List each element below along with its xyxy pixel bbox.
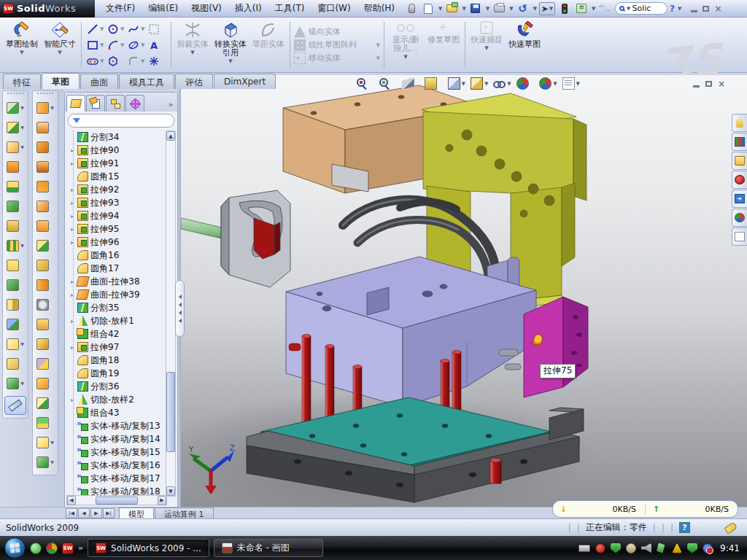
status-help-button[interactable]: ?	[679, 522, 690, 533]
tree-vertical-scrollbar[interactable]: ▲ ▼	[166, 131, 176, 497]
search-box[interactable]: ▼ Solic	[615, 2, 667, 15]
convert-entities-button[interactable]: 转换实体引用 ▼	[212, 19, 249, 71]
sketch-fillet-tool[interactable]: ▼	[126, 53, 147, 69]
feature-tree-item[interactable]: ▸ 分割36	[69, 380, 167, 393]
search-input[interactable]: Solic	[632, 4, 651, 13]
line-tool[interactable]: ▼	[85, 21, 106, 37]
spline-tool[interactable]: ▼	[126, 21, 147, 37]
tree-filter-box[interactable]	[68, 114, 174, 128]
expand-arrow-icon[interactable]: ▸	[69, 160, 75, 167]
headsup-button[interactable]: ▼	[425, 77, 442, 90]
headsup-button[interactable]: ▼	[562, 77, 580, 90]
headsup-button[interactable]: ▼	[356, 77, 374, 90]
sketch-button[interactable]: 草图绘制 ▼	[3, 19, 41, 71]
feature-tree-item[interactable]: ▸ 拉伸93	[69, 196, 167, 209]
toolbar-button[interactable]: ▼	[34, 117, 57, 137]
tray-icon[interactable]	[672, 543, 682, 553]
ribbon-tab[interactable]: 曲面	[80, 74, 118, 89]
toolbar-button[interactable]: ▼	[4, 117, 27, 137]
toolbar-button[interactable]: ▼	[4, 157, 27, 176]
restore-button[interactable]	[703, 6, 709, 12]
feature-tree-item[interactable]: ▸ 分割35	[69, 301, 167, 314]
quick-launch-button[interactable]	[30, 542, 42, 554]
feature-tree-item[interactable]: ▸ 组合42	[69, 327, 167, 341]
toolbar-button[interactable]: ▼	[4, 255, 27, 275]
headsup-button[interactable]: ▼	[539, 77, 557, 90]
tray-icon[interactable]	[641, 543, 651, 553]
feature-tree-item[interactable]: ▸ 实体-移动/复制15	[69, 446, 167, 459]
part-mold-block[interactable]	[286, 257, 536, 407]
feature-tree-item[interactable]: ▸ 圆角15	[69, 170, 167, 183]
expand-arrow-icon[interactable]: ▸	[69, 226, 75, 233]
last-tab-button[interactable]: ▶|	[103, 508, 115, 518]
ribbon-tab[interactable]: 特征	[3, 74, 41, 89]
feature-tree-item[interactable]: ▸ 切除-放样1	[69, 314, 167, 327]
expand-arrow-icon[interactable]: ▸	[69, 279, 75, 285]
feature-tree-item[interactable]: ▸ 圆角18	[69, 354, 167, 367]
toolbar-button[interactable]: ▼	[4, 354, 27, 373]
expand-arrow-icon[interactable]: ▸	[69, 187, 75, 193]
help-caret[interactable]: ▼	[678, 6, 681, 12]
sketch-caret[interactable]: ▼	[20, 50, 23, 55]
slot-tool[interactable]: ▼	[85, 53, 106, 69]
first-tab-button[interactable]: |◀	[66, 508, 77, 518]
select-caret[interactable]: ▼	[549, 6, 553, 12]
toolbar-button[interactable]: ▼	[4, 275, 27, 295]
ribbon-tab[interactable]: 模具工具	[119, 74, 174, 89]
rectangle-tool[interactable]: ▼	[85, 37, 106, 53]
feature-tree-item[interactable]: ▸ 实体-移动/复制14	[69, 432, 167, 446]
undo-caret[interactable]: ▼	[533, 6, 537, 12]
start-button[interactable]	[4, 537, 26, 559]
feature-tree-item[interactable]: ▸ 实体-移动/复制13	[69, 419, 167, 432]
ellipse-tool[interactable]: ▼	[126, 37, 147, 53]
polygon-tool[interactable]	[106, 53, 126, 69]
new-caret[interactable]: ▼	[438, 6, 442, 12]
prev-tab-button[interactable]: ◀	[78, 508, 90, 518]
headsup-button[interactable]: ▼	[402, 77, 419, 90]
doc-minimize-button[interactable]	[693, 85, 700, 88]
toolbar-button[interactable]: ▼	[34, 413, 57, 432]
toolbar-button[interactable]: ▼	[34, 137, 57, 157]
headsup-button[interactable]: ▼	[471, 77, 488, 90]
toolbar-button[interactable]: ▼	[34, 216, 57, 236]
print-button[interactable]	[492, 2, 506, 15]
toolbar-button[interactable]: ▼	[4, 98, 27, 117]
taskbar-task-solidworks[interactable]: SW SolidWorks 2009 - ...	[88, 539, 209, 557]
arc-tool[interactable]: ▼	[106, 37, 126, 53]
toolbar-button[interactable]: ▼	[34, 354, 57, 373]
tray-icon[interactable]	[611, 543, 621, 553]
open-caret[interactable]: ▼	[462, 6, 465, 12]
undo-button[interactable]: ↺	[516, 2, 530, 15]
toolbar-button[interactable]: ▼	[4, 314, 27, 334]
toolbar-grip[interactable]	[37, 93, 53, 96]
expand-arrow-icon[interactable]: ▸	[69, 292, 75, 298]
feature-tree-item[interactable]: ▸ 曲面-拉伸38	[69, 275, 167, 288]
feature-tree-item[interactable]: ▸ 拉伸95	[69, 222, 167, 236]
toolbar-button[interactable]: ▼	[34, 393, 57, 413]
task-pane-tab[interactable]	[732, 133, 747, 151]
scroll-down-button[interactable]: ▼	[166, 486, 175, 496]
measure-button[interactable]	[4, 396, 26, 415]
convert-caret[interactable]: ▼	[228, 58, 232, 64]
close-button[interactable]: ×	[714, 5, 721, 12]
open-file-button[interactable]	[444, 2, 459, 15]
sketch-text-tool[interactable]: A	[147, 37, 167, 53]
smart-dimension-caret[interactable]: ▼	[58, 50, 61, 55]
scrollbar-thumb[interactable]	[166, 372, 175, 452]
panel-overflow-button[interactable]: »	[169, 101, 176, 112]
toolbar-button[interactable]: ▼	[4, 176, 27, 196]
quick-launch-overflow[interactable]: »	[78, 543, 83, 553]
doc-restore-button[interactable]	[705, 81, 712, 87]
tab-feature-manager[interactable]	[66, 95, 85, 112]
help-button[interactable]: ?	[670, 4, 675, 14]
toolbar-button[interactable]: ▼	[4, 196, 27, 216]
feature-tree-item[interactable]: ▸ 实体-移动/复制16	[69, 459, 167, 472]
feature-tree-item[interactable]: ▸ 实体-移动/复制17	[69, 472, 167, 485]
tray-icon[interactable]	[687, 543, 697, 553]
ribbon-tab[interactable]: 评估	[175, 74, 213, 89]
scroll-right-button[interactable]: ▶	[158, 496, 166, 505]
feature-tree-item[interactable]: ▸ 圆角19	[69, 367, 167, 380]
tag-icon[interactable]	[724, 521, 738, 534]
scroll-up-button[interactable]: ▲	[166, 131, 175, 141]
toolbar-button[interactable]: ▼	[34, 334, 57, 354]
